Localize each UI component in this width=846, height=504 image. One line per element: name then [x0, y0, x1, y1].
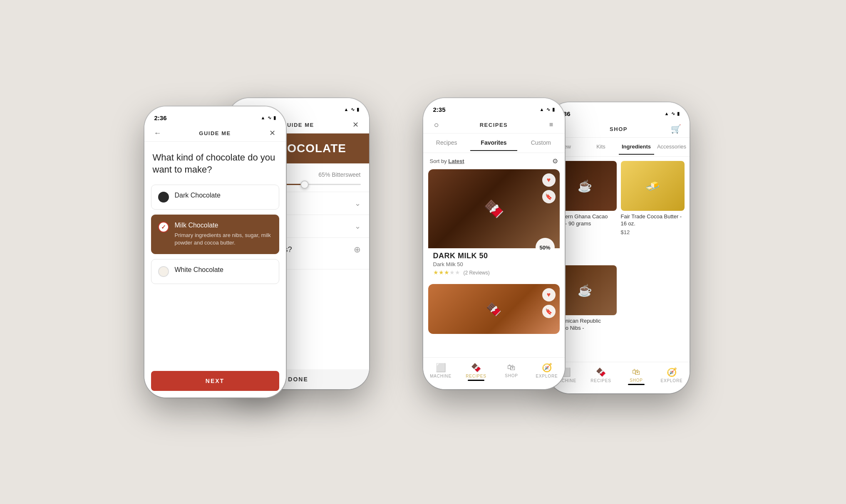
chevron-creamy-icon: ⌄	[355, 199, 361, 208]
bookmark-icon-0[interactable]: 🔖	[542, 190, 556, 203]
tab-favorites[interactable]: Favorites	[470, 135, 517, 151]
cart-icon-4[interactable]: 🛒	[671, 124, 681, 134]
tab-ingredients[interactable]: Ingredients	[619, 139, 654, 155]
recipe-image-caramel: 🍫	[428, 284, 560, 334]
shop-item-1[interactable]: 🧈 Fair Trade Cocoa Butter - 16 oz. $12	[621, 161, 685, 261]
nav-shop-3[interactable]: 🛍 SHOP	[494, 361, 529, 383]
recipe-name-0: DARK MILK 50	[433, 252, 555, 260]
phone-1: 2:36 ▲ ∿ ▮ ← GUIDE ME ✕ What kind of c	[144, 106, 286, 398]
sort-text: Sort by Latest	[430, 158, 464, 164]
user-icon-3[interactable]: ○	[432, 120, 442, 130]
nav-shop-4[interactable]: 🛍 SHOP	[619, 366, 654, 387]
tab-recipes[interactable]: Recipes	[423, 135, 470, 151]
nav-bar-4: SHOP 🛒	[548, 121, 690, 138]
favorite-icon-0[interactable]: ♥	[542, 173, 556, 187]
nav-title-1: GUIDE ME	[199, 130, 231, 136]
status-bar-4: 2:36 ▲ ∿ ▮	[548, 102, 690, 121]
screen-1: What kind of chocolate do you want to ma…	[144, 142, 286, 398]
signal-icon-3: ▲	[540, 107, 544, 112]
sort-bar: Sort by Latest ⚙	[423, 153, 565, 169]
bookmark-icon-1[interactable]: 🔖	[542, 305, 556, 318]
close-button-1[interactable]: ✕	[267, 128, 277, 138]
chevron-milky-icon: ⌄	[355, 222, 361, 231]
filter-icon[interactable]: ⚙	[552, 157, 558, 165]
explore-label-3: EXPLORE	[536, 374, 558, 378]
phone-3: 2:35 ▲ ∿ ▮ ○ RECIPES ≡ Recipes	[423, 98, 565, 389]
close-button-2[interactable]: ✕	[350, 120, 360, 130]
radio-dark	[158, 192, 169, 203]
tab-kits[interactable]: Kits	[583, 139, 619, 155]
status-bar-1: 2:36 ▲ ∿ ▮	[144, 106, 286, 125]
shop-tabs: New Kits Ingredients Accessories	[548, 138, 690, 157]
slider-thumb[interactable]	[300, 180, 309, 189]
recipe-card-0[interactable]: 🍫 ♥ 🔖 50% DARK MILK 50 Dark Milk 50 ★★★★…	[428, 169, 560, 280]
machine-icon-3: ⬜	[436, 363, 446, 373]
option-milk-chocolate[interactable]: ✓ Milk Chocolate Primary ingredients are…	[151, 215, 279, 254]
tab-accessories[interactable]: Accessories	[654, 139, 690, 155]
time-3: 2:35	[433, 106, 446, 113]
radio-milk: ✓	[158, 222, 169, 232]
signal-icon-2: ▲	[344, 107, 349, 112]
nav-indicator-3	[468, 380, 484, 381]
phone-4: 2:36 ▲ ∿ ▮ SHOP 🛒 New Kits Ingredients	[548, 102, 690, 393]
reviews-0: (2 Reviews)	[463, 270, 489, 276]
shop-icon-4: 🛍	[632, 367, 640, 377]
battery-icon-2: ▮	[357, 107, 359, 112]
battery-icon: ▮	[273, 115, 276, 121]
back-button-1[interactable]: ←	[153, 128, 163, 138]
recipes-label-3: RECIPES	[466, 374, 486, 378]
settings-icon-3[interactable]: ≡	[546, 120, 556, 130]
status-icons-3: ▲ ∿ ▮	[540, 107, 555, 112]
recipes-icon-4: 🍫	[596, 367, 606, 377]
nav-explore-3[interactable]: 🧭 EXPLORE	[529, 361, 565, 383]
status-icons-2: ▲ ∿ ▮	[344, 107, 359, 112]
wifi-icon-3: ∿	[546, 107, 550, 112]
nav-title-2: GUIDE ME	[282, 122, 314, 128]
option-label-milk: Milk Chocolate	[175, 222, 272, 229]
shop-item-name-1: Fair Trade Cocoa Butter - 16 oz.	[621, 213, 685, 227]
option-text-dark: Dark Chocolate	[175, 192, 272, 199]
guide-question: What kind of chocolate do you want to ma…	[144, 142, 286, 182]
percentage-badge-0: 50%	[536, 238, 555, 257]
next-button[interactable]: NEXT	[151, 371, 279, 391]
nav-machine-3[interactable]: ⬜ MACHINE	[423, 361, 459, 383]
favorite-icon-1[interactable]: ♥	[542, 288, 556, 301]
recipes-tabs: Recipes Favorites Custom	[423, 133, 565, 153]
sort-latest[interactable]: Latest	[448, 158, 464, 164]
shop-icon-3: 🛍	[507, 363, 516, 372]
option-label-dark: Dark Chocolate	[175, 192, 272, 199]
battery-icon-3: ▮	[552, 107, 555, 112]
nav-bar-3: ○ RECIPES ≡	[423, 116, 565, 133]
recipe-sub-0: Dark Milk 50	[433, 261, 555, 267]
bottom-nav-3: ⬜ MACHINE 🍫 RECIPES 🛍 SHOP 🧭 EXPLORE	[423, 357, 565, 389]
machine-label-3: MACHINE	[430, 374, 452, 378]
tab-custom[interactable]: Custom	[517, 135, 564, 151]
shop-label-3: SHOP	[505, 373, 518, 378]
nav-bar-1: ← GUIDE ME ✕	[144, 125, 286, 142]
option-text-milk: Milk Chocolate Primary ingredients are n…	[175, 222, 272, 247]
nav-explore-4[interactable]: 🧭 EXPLORE	[654, 366, 690, 387]
recipes-label-4: RECIPES	[590, 378, 611, 383]
option-label-white: White Chocolate	[175, 266, 272, 274]
add-icon[interactable]: ⊕	[354, 245, 361, 254]
checkmark-icon: ✓	[161, 224, 166, 230]
wifi-icon-2: ∿	[351, 107, 355, 112]
signal-icon: ▲	[261, 115, 265, 120]
nav-indicator-4	[628, 384, 645, 385]
screen-4: ☕ Western Ghana Cacao Nibs - 90 grams 🧈 …	[548, 157, 690, 362]
nav-recipes-4[interactable]: 🍫 RECIPES	[583, 366, 619, 387]
option-white-chocolate[interactable]: White Chocolate	[151, 259, 279, 284]
shop-label-4: SHOP	[630, 378, 643, 383]
nav-recipes-3[interactable]: 🍫 RECIPES	[459, 361, 494, 383]
option-dark-chocolate[interactable]: Dark Chocolate	[151, 185, 279, 210]
battery-icon-4: ▮	[677, 111, 680, 116]
recipes-icon-3: 🍫	[471, 363, 481, 373]
explore-icon-3: 🧭	[542, 363, 552, 373]
nav-title-3: RECIPES	[480, 122, 508, 128]
nav-title-4: SHOP	[610, 126, 628, 132]
status-bar-3: 2:35 ▲ ∿ ▮	[423, 98, 565, 116]
recipe-image-dark: 🍫	[428, 169, 560, 248]
app-scene: 2:36 ▲ ∿ ▮ ← GUIDE ME ✕ What kind of c	[132, 82, 715, 422]
butter-img-1: 🧈	[621, 161, 685, 211]
recipe-card-1[interactable]: 🍫 ♥ 🔖	[428, 284, 560, 334]
